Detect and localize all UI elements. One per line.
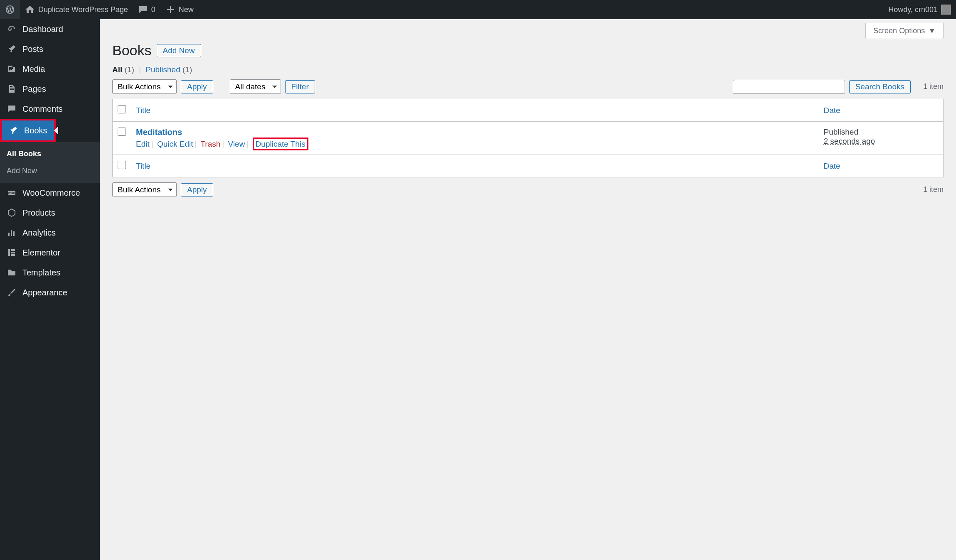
status-filters: All (1) | Published (1) [112,65,944,74]
comments-count: 0 [151,5,155,14]
avatar [941,5,951,15]
bulk-actions-select[interactable]: Bulk Actions [112,79,177,94]
row-checkbox[interactable] [118,128,126,136]
apply-button-bottom[interactable]: Apply [181,183,213,196]
main-content: Screen Options ▼ Books Add New All (1) |… [100,19,956,560]
account-menu[interactable]: Howdy, crn001 [883,0,956,19]
howdy-text: Howdy, crn001 [888,5,938,14]
svg-rect-2 [8,249,10,256]
add-new-button[interactable]: Add New [157,44,201,57]
svg-rect-4 [11,252,15,253]
sidebar-item-pages[interactable]: Pages [0,79,100,99]
wp-logo[interactable] [0,0,20,19]
date-filter-select[interactable]: All dates [230,79,281,94]
plus-icon [165,5,175,15]
menu-label: Comments [22,104,63,114]
menu-label: Analytics [22,228,56,238]
col-title-foot[interactable]: Title [131,155,819,177]
select-all-bottom[interactable] [118,161,126,169]
search-button[interactable]: Search Books [849,80,911,93]
media-icon [7,64,17,74]
svg-text:WOO: WOO [8,192,15,194]
filter-all[interactable]: All [112,65,122,74]
row-actions: Edit| Quick Edit| Trash| View| Duplicate… [136,140,814,149]
action-quick-edit[interactable]: Quick Edit [157,140,193,148]
site-title: Duplicate WordPress Page [38,5,128,14]
new-label: New [179,5,194,14]
pin-icon [8,125,18,135]
sidebar-item-elementor[interactable]: Elementor [0,243,100,263]
action-view[interactable]: View [228,140,245,148]
filter-button[interactable]: Filter [285,80,315,93]
box-icon [7,208,17,218]
svg-rect-3 [11,249,15,251]
menu-label: Appearance [22,288,67,297]
action-edit[interactable]: Edit [136,140,150,148]
gauge-icon [7,24,17,34]
elementor-icon [7,248,17,258]
menu-label: Products [22,208,55,218]
filter-published[interactable]: Published [145,65,180,74]
apply-button[interactable]: Apply [181,80,213,93]
comment-icon [138,5,148,15]
row-status: Published [824,128,939,137]
books-submenu: All Books Add New [0,142,100,183]
admin-toolbar: Duplicate WordPress Page 0 New Howdy, cr… [0,0,956,19]
col-title[interactable]: Title [131,99,819,122]
select-all-top[interactable] [118,105,126,113]
sidebar-item-media[interactable]: Media [0,59,100,79]
pages-icon [7,84,17,94]
sidebar-item-posts[interactable]: Posts [0,39,100,59]
sidebar-item-templates[interactable]: Templates [0,263,100,282]
pin-icon [7,44,17,54]
row-title-link[interactable]: Meditations [136,128,182,137]
folder-icon [7,268,17,278]
menu-label: Templates [22,268,60,278]
wordpress-icon [5,5,15,15]
items-count-top: 1 item [923,82,944,91]
menu-label: Pages [22,84,46,94]
site-home[interactable]: Duplicate WordPress Page [20,0,133,19]
menu-label: Media [22,64,45,74]
sidebar-item-products[interactable]: Products [0,203,100,223]
woo-icon: WOO [7,188,17,198]
highlight-books-menu: Books [0,119,56,142]
brush-icon [7,287,17,297]
menu-label: Books [24,126,47,135]
page-title: Books [112,42,152,59]
sidebar-item-comments[interactable]: Comments [0,99,100,119]
sidebar-item-analytics[interactable]: Analytics [0,223,100,243]
svg-rect-5 [11,254,15,256]
sidebar-item-appearance[interactable]: Appearance [0,282,100,302]
menu-label: Posts [22,44,43,54]
col-date[interactable]: Date [819,99,944,122]
posts-table: Title Date Meditations Edit| Quick Edit|… [112,99,944,177]
action-trash[interactable]: Trash [200,140,220,148]
bars-icon [7,228,17,238]
menu-label: WooCommerce [22,188,80,198]
action-duplicate[interactable]: Duplicate This [256,140,306,148]
menu-label: Dashboard [22,25,63,34]
sidebar-item-books[interactable]: Books [2,120,54,140]
sidebar-item-dashboard[interactable]: Dashboard [0,19,100,39]
admin-sidebar: Dashboard Posts Media Pages Comments Boo… [0,19,100,560]
highlight-duplicate-action: Duplicate This [253,138,308,150]
comments-shortcut[interactable]: 0 [133,0,160,19]
caret-down-icon: ▼ [928,27,936,35]
screen-options-button[interactable]: Screen Options ▼ [865,23,944,39]
menu-label: Elementor [22,248,60,258]
comment-icon [7,104,17,114]
items-count-bottom: 1 item [923,185,944,194]
col-date-foot[interactable]: Date [819,155,944,177]
row-time: 2 seconds ago [824,137,939,146]
bulk-actions-select-bottom[interactable]: Bulk Actions [112,182,177,197]
sidebar-item-woocommerce[interactable]: WOO WooCommerce [0,183,100,203]
home-icon [25,5,35,15]
table-row: Meditations Edit| Quick Edit| Trash| Vie… [113,122,944,155]
submenu-add-new[interactable]: Add New [0,162,100,179]
new-content[interactable]: New [160,0,199,19]
search-input[interactable] [733,80,845,94]
submenu-all-books[interactable]: All Books [0,145,100,162]
